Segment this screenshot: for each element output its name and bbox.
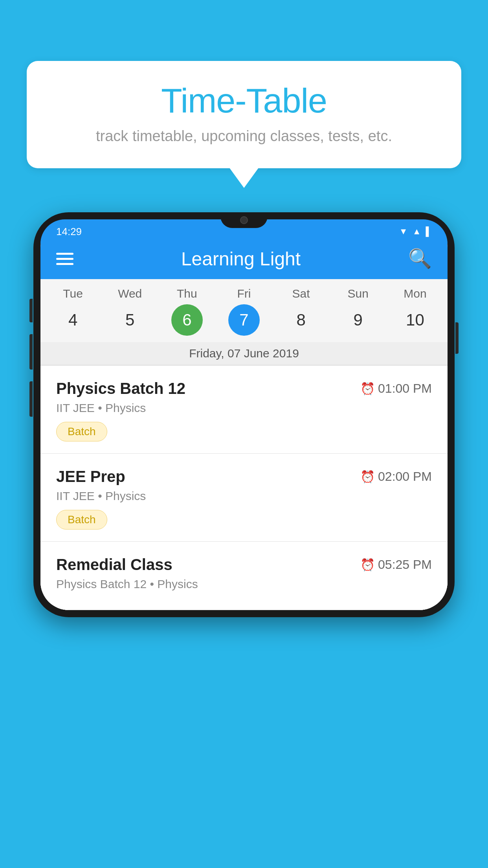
hamburger-line-3 xyxy=(56,263,73,265)
battery-icon: ▌ xyxy=(426,226,432,237)
schedule-time-1: ⏰ 01:00 PM xyxy=(360,381,432,396)
day-header-sun: Sun xyxy=(330,287,387,300)
batch-tag-2: Batch xyxy=(56,510,107,530)
day-7-selected[interactable]: 7 xyxy=(228,304,260,336)
speech-bubble: Time-Table track timetable, upcoming cla… xyxy=(27,61,461,168)
schedule-item-3-row: Remedial Class ⏰ 05:25 PM xyxy=(56,556,432,574)
schedule-time-value-3: 05:25 PM xyxy=(378,557,432,572)
phone-mockup: 14:29 ▼ ▲ ▌ Learning Light 🔍 xyxy=(33,212,455,868)
bubble-title: Time-Table xyxy=(50,81,438,121)
day-headers: Tue Wed Thu Fri Sat Sun Mon xyxy=(40,287,448,304)
day-10-wrapper[interactable]: 10 xyxy=(387,304,444,336)
bubble-subtitle: track timetable, upcoming classes, tests… xyxy=(50,128,438,145)
schedule-item-3[interactable]: Remedial Class ⏰ 05:25 PM Physics Batch … xyxy=(40,542,448,610)
day-5-wrapper[interactable]: 5 xyxy=(101,304,158,336)
hamburger-line-2 xyxy=(56,258,73,260)
schedule-subtitle-2: IIT JEE • Physics xyxy=(56,489,432,503)
wifi-icon: ▼ xyxy=(399,226,408,237)
schedule-subtitle-1: IIT JEE • Physics xyxy=(56,401,432,415)
day-header-fri: Fri xyxy=(215,287,272,300)
batch-tag-1: Batch xyxy=(56,422,107,441)
calendar-strip: Tue Wed Thu Fri Sat Sun Mon 4 5 xyxy=(40,279,448,366)
schedule-item-1[interactable]: Physics Batch 12 ⏰ 01:00 PM IIT JEE • Ph… xyxy=(40,366,448,454)
schedule-title-1: Physics Batch 12 xyxy=(56,380,185,397)
day-numbers: 4 5 6 7 8 9 xyxy=(40,304,448,342)
day-header-thu: Thu xyxy=(158,287,215,300)
app-title: Learning Light xyxy=(181,248,301,270)
schedule-item-2[interactable]: JEE Prep ⏰ 02:00 PM IIT JEE • Physics Ba… xyxy=(40,454,448,542)
volume-up-button xyxy=(29,299,33,322)
status-time: 14:29 xyxy=(56,226,82,238)
schedule-time-value-1: 01:00 PM xyxy=(378,381,432,396)
day-9[interactable]: 9 xyxy=(354,304,362,336)
power-button xyxy=(455,322,459,354)
clock-icon-3: ⏰ xyxy=(360,558,375,572)
hamburger-menu-button[interactable] xyxy=(56,253,73,265)
day-header-tue: Tue xyxy=(44,287,101,300)
day-4-wrapper[interactable]: 4 xyxy=(44,304,101,336)
schedule-item-2-row: JEE Prep ⏰ 02:00 PM xyxy=(56,468,432,485)
schedule-subtitle-3: Physics Batch 12 • Physics xyxy=(56,577,432,591)
day-6-wrapper[interactable]: 6 xyxy=(158,304,215,336)
day-header-sat: Sat xyxy=(273,287,330,300)
schedule-item-1-row: Physics Batch 12 ⏰ 01:00 PM xyxy=(56,380,432,397)
schedule-title-2: JEE Prep xyxy=(56,468,125,485)
clock-icon-2: ⏰ xyxy=(360,470,375,484)
day-4[interactable]: 4 xyxy=(69,304,77,336)
hamburger-line-1 xyxy=(56,253,73,255)
schedule-time-3: ⏰ 05:25 PM xyxy=(360,557,432,572)
schedule-list: Physics Batch 12 ⏰ 01:00 PM IIT JEE • Ph… xyxy=(40,366,448,610)
signal-icon: ▲ xyxy=(413,226,421,237)
volume-down-button xyxy=(29,334,33,370)
phone-outer: 14:29 ▼ ▲ ▌ Learning Light 🔍 xyxy=(33,212,455,617)
selected-date-label: Friday, 07 June 2019 xyxy=(40,342,448,365)
front-camera xyxy=(240,216,248,224)
day-header-wed: Wed xyxy=(101,287,158,300)
day-10[interactable]: 10 xyxy=(411,304,419,336)
clock-icon-1: ⏰ xyxy=(360,382,375,395)
day-5[interactable]: 5 xyxy=(126,304,134,336)
phone-screen: 14:29 ▼ ▲ ▌ Learning Light 🔍 xyxy=(40,219,448,610)
phone-notch xyxy=(220,212,268,228)
day-8[interactable]: 8 xyxy=(297,304,305,336)
silent-button xyxy=(29,381,33,417)
day-header-mon: Mon xyxy=(387,287,444,300)
day-6-today[interactable]: 6 xyxy=(171,304,203,336)
schedule-time-value-2: 02:00 PM xyxy=(378,469,432,484)
day-7-wrapper[interactable]: 7 xyxy=(215,304,272,336)
search-icon[interactable]: 🔍 xyxy=(408,248,432,270)
day-8-wrapper[interactable]: 8 xyxy=(273,304,330,336)
day-9-wrapper[interactable]: 9 xyxy=(330,304,387,336)
status-icons: ▼ ▲ ▌ xyxy=(399,226,432,237)
schedule-time-2: ⏰ 02:00 PM xyxy=(360,469,432,484)
schedule-title-3: Remedial Class xyxy=(56,556,172,574)
